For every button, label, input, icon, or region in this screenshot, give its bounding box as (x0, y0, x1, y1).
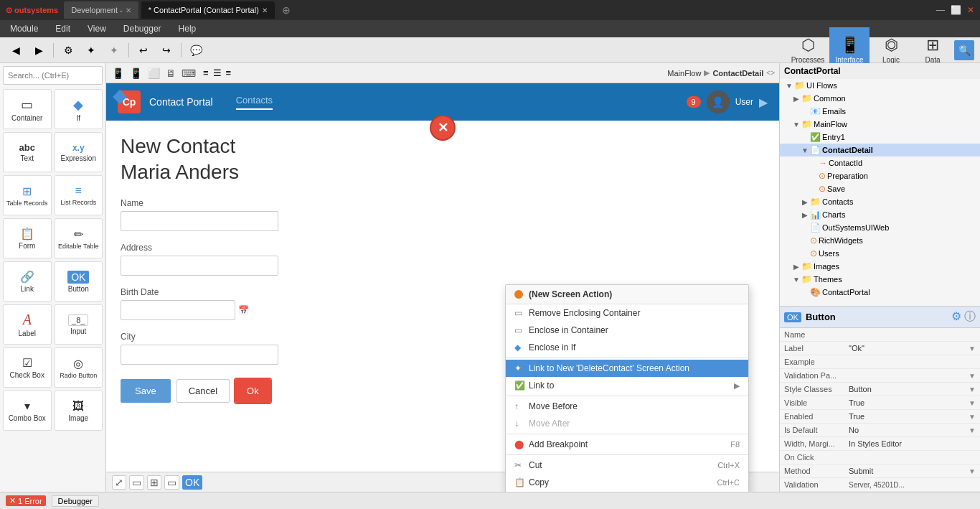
widget-checkbox[interactable]: ☑ Check Box (3, 347, 52, 388)
widget-form[interactable]: 📋 Form (3, 218, 52, 258)
birthdate-input[interactable] (121, 300, 235, 320)
ctx-move-before[interactable]: ↑ Move Before (506, 398, 748, 415)
tree-node-ui-flows[interactable]: ▼ 📁 UI Flows (780, 79, 980, 92)
widget-input[interactable]: _8_ Input (55, 304, 103, 345)
canvas-ok-icon[interactable]: OK (182, 475, 202, 490)
tree-node-contactportal-theme[interactable]: 🎨 ContactPortal (780, 286, 980, 299)
menu-help[interactable]: Help (174, 22, 201, 35)
tree-node-contacts[interactable]: ▶ 📁 Contacts (780, 195, 980, 208)
style-classes-dropdown[interactable]: Button ▼ (849, 385, 976, 393)
canvas-sel-icon[interactable]: ▭ (129, 475, 144, 490)
edit-path-icon[interactable]: <> (766, 69, 775, 77)
validation-dropdown[interactable]: ▼ (849, 372, 976, 380)
widget-if[interactable]: ◆ If (55, 89, 103, 129)
global-search-btn[interactable]: 🔍 (954, 40, 974, 60)
error-close-button[interactable]: ✕ (430, 115, 456, 141)
ctx-enclose-container[interactable]: ▭ Enclose in Container (506, 322, 748, 339)
tree-node-contactid[interactable]: → ContactId (780, 157, 980, 169)
tree-node-entry1[interactable]: ✅ Entry1 (780, 131, 980, 144)
tree-node-emails[interactable]: 📧 Emails (780, 105, 980, 118)
props-configure-btn[interactable]: ⚙ (951, 309, 961, 324)
canvas-layout-icon[interactable]: ▭ (164, 475, 179, 490)
close-button[interactable]: ✕ (967, 5, 974, 15)
canvas-move-icon[interactable]: ⤢ (112, 475, 126, 490)
tool2-button[interactable]: ✦ (104, 40, 124, 60)
ctx-cut[interactable]: ✂ Cut Ctrl+X (506, 457, 748, 474)
date-picker-icon[interactable]: 📅 (238, 305, 249, 315)
tree-node-themes[interactable]: ▼ 📁 Themes (780, 273, 980, 286)
redo-button[interactable]: ↪ (156, 40, 176, 60)
error-badge[interactable]: ✕ 1 Error (6, 495, 46, 506)
tree-node-users[interactable]: ⊙ Users (780, 247, 980, 260)
tree-node-contactdetail[interactable]: ▼ 📄 ContactDetail (780, 144, 980, 157)
tab-development[interactable]: Development - ✕ (64, 1, 138, 19)
canvas-desktop-icon[interactable]: 🖥 (164, 66, 177, 80)
tree-node-common[interactable]: ▶ 📁 Common (780, 92, 980, 105)
tab-contactportal[interactable]: * ContactPortal (Contact Portal) ✕ (141, 1, 275, 19)
undo-button[interactable]: ↩ (133, 40, 154, 60)
forward-button[interactable]: ▶ (29, 40, 49, 60)
align-center-icon[interactable]: ☰ (213, 67, 222, 78)
tree-node-save[interactable]: ⊙ Save (780, 182, 980, 195)
notification-badge[interactable]: 9 (687, 96, 701, 108)
minimize-button[interactable]: — (936, 5, 945, 15)
tree-node-mainflow[interactable]: ▼ 📁 MainFlow (780, 118, 980, 131)
tree-node-preparation[interactable]: ⊙ Preparation (780, 169, 980, 182)
tab-close-contactportal[interactable]: ✕ (262, 6, 268, 14)
cancel-button[interactable]: Cancel (176, 379, 230, 403)
widget-image[interactable]: 🖼 Image (55, 391, 103, 431)
back-button[interactable]: ◀ (6, 40, 26, 60)
search-input[interactable] (3, 66, 103, 85)
widget-text[interactable]: abc Text (3, 132, 52, 172)
debugger-button[interactable]: Debugger (52, 495, 99, 507)
maximize-button[interactable]: ⬜ (951, 5, 961, 15)
menu-module[interactable]: Module (6, 22, 42, 35)
name-input[interactable] (121, 211, 278, 231)
city-input[interactable] (121, 345, 278, 365)
align-right-icon[interactable]: ≡ (226, 67, 232, 78)
widget-radio-button[interactable]: ◎ Radio Button (55, 347, 103, 388)
method-dropdown[interactable]: Submit ▼ (849, 467, 976, 475)
ctx-remove-container[interactable]: ▭ Remove Enclosing Container (506, 304, 748, 322)
widget-link[interactable]: 🔗 Link (3, 261, 52, 302)
ctx-link-to[interactable]: ✅ Link to ▶ (506, 377, 748, 394)
ctx-link-new-action[interactable]: ✦ Link to New 'DeleteContact' Screen Act… (506, 360, 748, 377)
widget-combo-box[interactable]: ▾ Combo Box (3, 391, 52, 431)
comment-button[interactable]: 💬 (186, 40, 206, 60)
is-default-dropdown[interactable]: No ▼ (849, 426, 976, 434)
canvas-phone-sm-icon[interactable]: 📱 (110, 66, 126, 80)
settings-button[interactable]: ⚙ (58, 40, 78, 60)
ctx-add-breakpoint[interactable]: ⬤ Add Breakpoint F8 (506, 436, 748, 453)
widget-editable-table[interactable]: ✏ Editable Table (55, 218, 103, 258)
align-left-icon[interactable]: ≡ (203, 67, 209, 78)
widget-container[interactable]: ▭ Container (3, 89, 52, 129)
ctx-enclose-if[interactable]: ◆ Enclose in If (506, 339, 748, 356)
address-input[interactable] (121, 256, 278, 276)
tree-node-outsystemsuiweb[interactable]: 📄 OutSystemsUIWeb (780, 221, 980, 234)
menu-debugger[interactable]: Debugger (119, 22, 166, 35)
widget-expression[interactable]: x.y Expression (55, 132, 103, 172)
menu-view[interactable]: View (83, 22, 110, 35)
tree-node-images[interactable]: ▶ 📁 Images (780, 260, 980, 273)
new-tab-btn[interactable]: ⊕ (282, 4, 291, 16)
widget-table-records[interactable]: ⊞ Table Records (3, 175, 52, 215)
tab-close-development[interactable]: ✕ (126, 6, 131, 14)
tool1-button[interactable]: ✦ (81, 40, 101, 60)
tree-node-charts[interactable]: ▶ 📊 Charts (780, 208, 980, 221)
label-dropdown[interactable]: "Ok" ▼ (849, 344, 976, 352)
props-info-btn[interactable]: ⓘ (964, 309, 976, 324)
widget-button[interactable]: OK Button (55, 261, 103, 302)
visible-dropdown[interactable]: True ▼ (849, 398, 976, 407)
menu-edit[interactable]: Edit (51, 22, 75, 35)
canvas-phone-md-icon[interactable]: 📱 (128, 66, 143, 80)
widget-list-records[interactable]: ≡ List Records (55, 175, 103, 215)
canvas-keyboard-icon[interactable]: ⌨ (180, 66, 197, 80)
ctx-delete[interactable]: 🗑 Delete Del (506, 491, 748, 492)
widget-label[interactable]: A Label (3, 304, 52, 345)
save-button[interactable]: Save (121, 379, 171, 403)
enabled-dropdown[interactable]: True ▼ (849, 412, 976, 421)
app-nav-contacts[interactable]: Contacts (236, 95, 273, 110)
tree-node-richwidgets[interactable]: ⊙ RichWidgets (780, 234, 980, 247)
ctx-copy[interactable]: 📋 Copy Ctrl+C (506, 474, 748, 491)
canvas-tablet-icon[interactable]: ⬜ (146, 66, 161, 80)
